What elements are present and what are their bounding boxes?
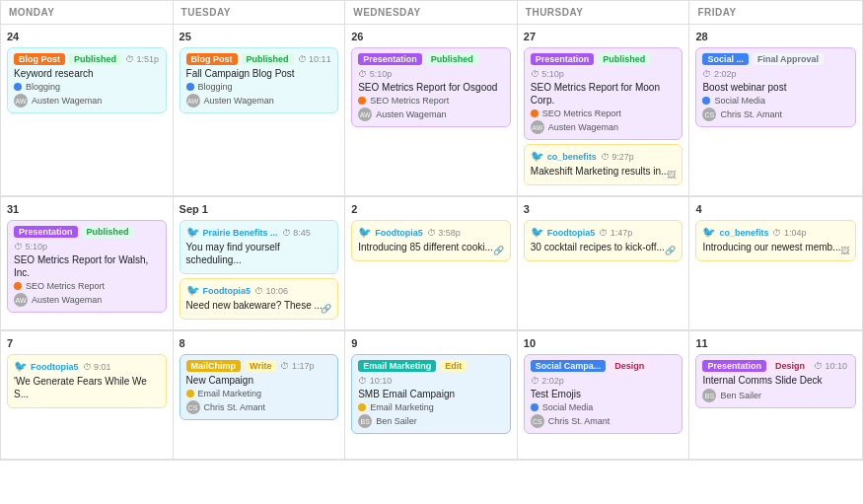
- day-number: 8: [180, 337, 339, 349]
- event-type-badge: Presentation: [702, 360, 766, 372]
- person-name: Chris St. Amant: [720, 109, 782, 119]
- day-number: 26: [351, 31, 511, 42]
- event-time: ⏱ 8:45: [282, 228, 311, 238]
- category-label: SEO Metrics Report: [542, 108, 621, 118]
- category-dot: [186, 83, 194, 91]
- day-cell: 25Blog PostPublished⏱ 10:11Fall Campaign…: [174, 25, 346, 196]
- status-badge: Final Approval: [753, 53, 824, 65]
- week-row-0: 24Blog PostPublished⏱ 1:51pKeyword resea…: [1, 25, 862, 197]
- category-dot: [14, 282, 22, 290]
- event-type-badge: Presentation: [531, 53, 595, 65]
- image-icon: 🖼: [667, 170, 676, 180]
- event-card[interactable]: PresentationPublished⏱ 5:10pSEO Metrics …: [351, 47, 511, 127]
- event-card[interactable]: Blog PostPublished⏱ 1:51pKeyword researc…: [7, 47, 167, 113]
- event-card[interactable]: Email MarketingEdit⏱ 10:10SMB Email Camp…: [351, 354, 511, 434]
- event-card[interactable]: PresentationDesign⏱ 10:10Internal Comms …: [695, 354, 856, 408]
- status-badge: Edit: [440, 360, 467, 372]
- avatar: CS: [702, 108, 716, 121]
- day-cell: 31PresentationPublished⏱ 5:10pSEO Metric…: [1, 197, 174, 330]
- event-card[interactable]: Social Campa...Design⏱ 2:02pTest EmojisS…: [524, 354, 683, 434]
- event-meta: Blogging: [14, 82, 160, 92]
- event-card[interactable]: Social ...Final Approval⏱ 2:02pBoost web…: [695, 47, 856, 127]
- event-title: Test Emojis: [531, 388, 677, 400]
- event-time: ⏱ 10:10: [358, 376, 392, 386]
- event-card[interactable]: 🐦 Foodtopia5⏱ 9:01'We Generate Fears Whi…: [7, 354, 167, 408]
- event-card[interactable]: 🐦 Prairie Benefits ...⏱ 8:45You may find…: [180, 220, 339, 274]
- event-time: ⏱ 1:17p: [280, 361, 314, 371]
- status-badge: Published: [82, 226, 134, 238]
- event-card[interactable]: 🐦 co_benefits⏱ 9:27pMakeshift Marketing …: [524, 144, 683, 185]
- event-title: Internal Comms Slide Deck: [702, 374, 849, 387]
- event-title: SEO Metrics Report for Osgood: [358, 81, 504, 94]
- event-header: Social ...Final Approval⏱ 2:02p: [702, 53, 849, 79]
- status-badge: Published: [242, 53, 294, 65]
- category-label: Email Marketing: [370, 402, 434, 412]
- day-number: 24: [7, 31, 167, 42]
- event-card[interactable]: Blog PostPublished⏱ 10:11Fall Campaign B…: [180, 47, 339, 113]
- person-name: Austen Wageman: [376, 109, 446, 119]
- day-header-monday: MONDAY: [1, 1, 174, 24]
- event-header: 🐦 Foodtopia5⏱ 3:58p: [358, 226, 504, 239]
- event-person: AWAusten Wageman: [14, 293, 160, 307]
- day-cell: 3🐦 Foodtopia5⏱ 1:47p30 cocktail recipes …: [518, 197, 690, 330]
- event-title: SMB Email Campaign: [358, 388, 504, 400]
- category-label: Social Media: [542, 402, 594, 412]
- event-title: New Campaign: [186, 374, 332, 387]
- category-dot: [531, 109, 539, 117]
- event-header: Email MarketingEdit⏱ 10:10: [358, 360, 504, 386]
- event-header: Blog PostPublished⏱ 1:51p: [14, 53, 160, 65]
- day-header-tuesday: TUESDAY: [174, 1, 346, 24]
- day-number: 27: [524, 31, 683, 42]
- day-headers: MONDAYTUESDAYWEDNESDAYTHURSDAYFRIDAY: [1, 1, 862, 25]
- avatar: AW: [186, 94, 200, 108]
- event-type-badge: Blog Post: [186, 53, 238, 65]
- event-title: Need new bakeware? These ...: [186, 299, 332, 312]
- calendar: MONDAYTUESDAYWEDNESDAYTHURSDAYFRIDAY 24B…: [0, 0, 863, 461]
- avatar: AW: [14, 94, 28, 108]
- event-person: BSBen Sailer: [702, 389, 849, 402]
- day-number: 2: [351, 203, 511, 215]
- event-card[interactable]: PresentationPublished⏱ 5:10pSEO Metrics …: [7, 220, 167, 313]
- day-number: 4: [695, 203, 856, 215]
- event-time: ⏱ 10:06: [254, 286, 288, 296]
- event-title: 30 cocktail recipes to kick-off...: [531, 241, 677, 253]
- category-label: Social Media: [714, 96, 765, 106]
- event-title: SEO Metrics Report for Moon Corp.: [531, 81, 677, 107]
- event-card[interactable]: 🐦 Foodtopia5⏱ 1:47p30 cocktail recipes t…: [524, 220, 683, 261]
- event-time: ⏱ 1:47p: [599, 228, 632, 238]
- day-header-friday: FRIDAY: [689, 1, 862, 24]
- event-title: You may find yourself scheduling...: [186, 241, 332, 266]
- event-title: Keyword research: [14, 67, 160, 80]
- event-header: 🐦 Foodtopia5⏱ 9:01: [14, 360, 160, 373]
- event-person: BSBen Sailer: [358, 414, 504, 428]
- event-title: SEO Metrics Report for Walsh, Inc.: [14, 253, 160, 279]
- event-header: PresentationDesign⏱ 10:10: [702, 360, 849, 372]
- event-time: ⏱ 3:58p: [427, 228, 461, 238]
- event-meta: Email Marketing: [186, 389, 332, 398]
- event-card[interactable]: PresentationPublished⏱ 5:10pSEO Metrics …: [524, 47, 683, 140]
- person-name: Austen Wageman: [32, 96, 102, 106]
- event-header: PresentationPublished⏱ 5:10p: [531, 53, 677, 79]
- twitter-handle: 🐦 co_benefits: [702, 226, 768, 239]
- day-cell: 11PresentationDesign⏱ 10:10Internal Comm…: [689, 331, 862, 460]
- event-card[interactable]: 🐦 Foodtopia5⏱ 10:06Need new bakeware? Th…: [180, 278, 339, 320]
- event-type-badge: Social ...: [702, 53, 749, 65]
- event-card[interactable]: 🐦 Foodtopia5⏱ 3:58pIntroducing 85 differ…: [351, 220, 511, 261]
- event-header: PresentationPublished⏱ 5:10p: [14, 226, 160, 252]
- event-type-badge: Presentation: [358, 53, 422, 65]
- event-person: AWAusten Wageman: [186, 94, 332, 108]
- event-time: ⏱ 1:04p: [772, 228, 806, 238]
- event-card[interactable]: MailChimpWrite⏱ 1:17pNew CampaignEmail M…: [180, 354, 339, 420]
- event-header: 🐦 co_benefits⏱ 1:04p: [702, 226, 849, 239]
- event-meta: SEO Metrics Report: [358, 96, 504, 106]
- event-time: ⏱ 2:02p: [531, 376, 564, 386]
- link-icon: 🔗: [493, 246, 504, 255]
- event-time: ⏱ 10:10: [814, 361, 847, 371]
- event-header: Social Campa...Design⏱ 2:02p: [531, 360, 677, 386]
- category-label: Blogging: [198, 82, 233, 92]
- event-person: CSChris St. Amant: [702, 108, 849, 121]
- day-number: 25: [180, 31, 339, 42]
- event-meta: SEO Metrics Report: [14, 281, 160, 291]
- event-title: 'We Generate Fears While We S...: [14, 375, 160, 400]
- event-card[interactable]: 🐦 co_benefits⏱ 1:04pIntroducing our newe…: [695, 220, 856, 261]
